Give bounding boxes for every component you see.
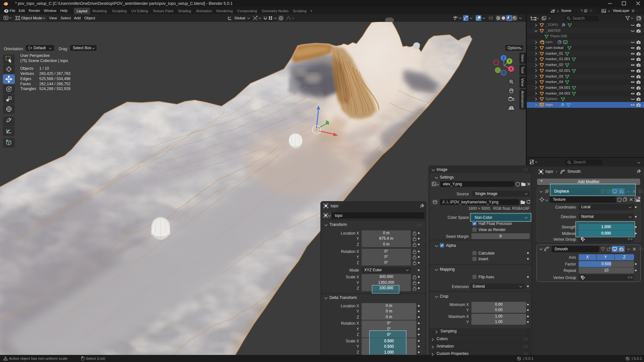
svg-text:Y: Y — [508, 60, 511, 63]
svg-text:X: X — [510, 67, 512, 71]
svg-text:Z: Z — [503, 56, 505, 60]
